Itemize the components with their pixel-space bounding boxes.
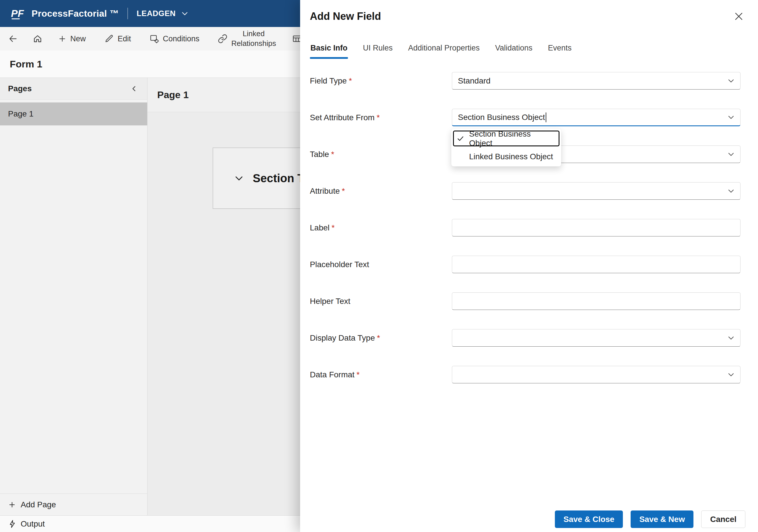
field-row-display-data-type: Display Data Type*	[310, 329, 741, 347]
pages-panel-header: Pages	[0, 78, 147, 100]
required-asterisk: *	[342, 187, 345, 195]
brand-name: ProcessFactorial ™	[32, 8, 119, 19]
tab-label: Additional Properties	[408, 44, 480, 52]
field-label-text: Label	[310, 223, 330, 232]
back-arrow-icon	[8, 34, 18, 44]
attribute-dropdown[interactable]	[452, 182, 741, 200]
text-cursor	[546, 113, 546, 122]
required-asterisk: *	[332, 223, 335, 232]
pages-panel: Pages Page 1 Add Page	[0, 78, 148, 515]
required-asterisk: *	[331, 150, 334, 159]
close-icon	[733, 11, 744, 22]
home-icon	[33, 34, 43, 44]
field-label-text: Placeholder Text	[310, 260, 369, 269]
plus-icon	[8, 501, 16, 509]
plus-icon	[58, 34, 67, 43]
edit-button-label: Edit	[118, 34, 131, 43]
menu-check-spacer	[457, 153, 465, 161]
field-label-text: Set Attribute From	[310, 113, 375, 122]
topbar-divider	[127, 8, 128, 19]
linked-relationships-button[interactable]: Linked Relationships	[218, 29, 276, 49]
new-button[interactable]: New	[58, 34, 86, 43]
field-label-text: Field Type	[310, 76, 347, 85]
page-item-label: Page 1	[8, 109, 34, 119]
close-panel-button[interactable]	[732, 9, 746, 23]
menu-item-section-business-object[interactable]: Section Business Object	[453, 130, 560, 146]
add-new-field-panel: Add New Field Basic Info UI Rules Additi…	[300, 0, 758, 532]
field-label: Label*	[310, 219, 334, 236]
field-label-text: Attribute	[310, 187, 340, 195]
chevron-down-icon	[726, 334, 736, 343]
menu-item-label: Section Business Object	[469, 129, 556, 148]
field-label: Table*	[310, 146, 334, 163]
menu-item-linked-business-object[interactable]: Linked Business Object	[453, 149, 560, 164]
pencil-icon	[105, 34, 114, 43]
tab-label: Events	[548, 44, 572, 52]
home-button[interactable]	[33, 34, 43, 44]
workspace-name: LEADGEN	[137, 9, 176, 18]
link-icon	[218, 34, 227, 44]
back-button[interactable]	[8, 34, 18, 44]
field-row-label: Label*	[310, 219, 741, 236]
chevron-down-icon	[726, 370, 736, 379]
required-asterisk: *	[349, 76, 352, 85]
field-label: Display Data Type*	[310, 329, 380, 347]
field-row-helper-text: Helper Text	[310, 292, 741, 310]
tab-additional-properties[interactable]: Additional Properties	[408, 42, 480, 59]
linked-relationships-label: Linked Relationships	[231, 29, 276, 49]
field-label-text: Data Format	[310, 370, 355, 379]
field-label-text: Helper Text	[310, 297, 350, 305]
field-row-placeholder-text: Placeholder Text	[310, 256, 741, 273]
tab-validations[interactable]: Validations	[495, 42, 533, 59]
canvas-page-title: Page 1	[157, 89, 189, 100]
field-row-attribute: Attribute*	[310, 182, 741, 200]
field-label-text: Table	[310, 150, 329, 159]
cancel-button[interactable]: Cancel	[701, 511, 745, 528]
combobox-value: Section Business Object	[458, 113, 545, 122]
selected-tab-underline	[310, 57, 348, 59]
field-type-dropdown[interactable]: Standard	[452, 72, 741, 89]
set-attribute-from-combobox[interactable]: Section Business Object	[452, 109, 741, 126]
field-label: Field Type*	[310, 72, 352, 89]
collapse-pages-button[interactable]	[128, 83, 140, 95]
svg-text:PF: PF	[11, 8, 24, 19]
sidebar-item-page-1[interactable]: Page 1	[0, 102, 147, 125]
menu-item-label: Linked Business Object	[469, 152, 553, 161]
workspace-switcher[interactable]: LEADGEN	[137, 9, 189, 18]
output-label: Output	[21, 519, 45, 529]
new-button-label: New	[70, 34, 86, 43]
data-format-dropdown[interactable]	[452, 366, 741, 383]
panel-title: Add New Field	[310, 10, 381, 22]
add-page-button[interactable]: Add Page	[0, 494, 147, 515]
tab-label: UI Rules	[363, 44, 393, 52]
add-page-label: Add Page	[21, 500, 56, 509]
output-icon	[8, 520, 17, 528]
chevron-down-icon	[726, 150, 736, 159]
field-label-text: Display Data Type	[310, 334, 375, 342]
placeholder-text-input[interactable]	[452, 256, 741, 273]
chevron-left-icon	[130, 84, 139, 93]
display-data-type-dropdown[interactable]	[452, 329, 741, 347]
linked-relationships-label-line1: Linked	[243, 29, 265, 39]
chevron-down-icon	[726, 187, 736, 196]
pages-panel-title: Pages	[8, 84, 32, 93]
edit-button[interactable]: Edit	[105, 34, 131, 43]
linked-relationships-label-line2: Relationships	[231, 39, 276, 49]
tab-ui-rules[interactable]: UI Rules	[362, 42, 393, 59]
required-asterisk: *	[377, 113, 380, 122]
form-title: Form 1	[10, 58, 42, 70]
tab-events[interactable]: Events	[547, 42, 572, 59]
chevron-down-icon[interactable]	[234, 173, 244, 183]
field-label: Attribute*	[310, 182, 345, 200]
field-row-set-attribute-from: Set Attribute From* Section Business Obj…	[310, 109, 741, 126]
chevron-down-icon	[726, 76, 736, 86]
helper-text-input[interactable]	[452, 292, 741, 310]
field-label: Data Format*	[310, 366, 360, 383]
field-row-data-format: Data Format*	[310, 366, 741, 383]
save-and-new-button[interactable]: Save & New	[631, 511, 693, 528]
tab-basic-info[interactable]: Basic Info	[310, 42, 348, 59]
field-label: Set Attribute From*	[310, 109, 380, 126]
save-and-close-button[interactable]: Save & Close	[555, 511, 623, 528]
conditions-button[interactable]: Conditions	[150, 34, 200, 44]
label-input[interactable]	[452, 219, 741, 236]
